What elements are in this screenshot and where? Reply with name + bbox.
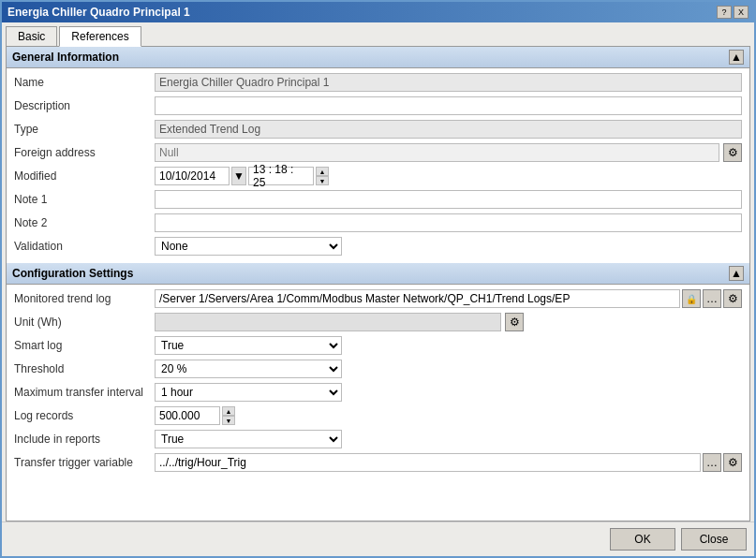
monitored-input[interactable] xyxy=(155,289,680,308)
name-label: Name xyxy=(14,76,155,89)
type-value xyxy=(155,120,742,139)
foreign-address-value: ⚙ xyxy=(155,143,742,162)
foreign-address-input[interactable] xyxy=(155,143,719,162)
monitored-lock-button[interactable]: 🔒 xyxy=(682,289,701,308)
transfer-trigger-gear-button[interactable]: ⚙ xyxy=(723,453,742,472)
include-reports-value: True False xyxy=(155,430,742,448)
config-section-header: Configuration Settings ▲ xyxy=(7,263,749,285)
general-form: Name Description Type xyxy=(7,68,749,263)
foreign-address-gear-button[interactable]: ⚙ xyxy=(723,143,742,162)
general-collapse-button[interactable]: ▲ xyxy=(729,50,744,65)
transfer-trigger-label: Transfer trigger variable xyxy=(14,456,155,469)
unit-gear-icon: ⚙ xyxy=(510,316,520,329)
threshold-value: 20 % xyxy=(155,360,742,378)
max-transfer-row: Maximum transfer interval 1 hour xyxy=(14,382,742,403)
window-title: Energia Chiller Quadro Principal 1 xyxy=(7,6,190,19)
note2-input[interactable] xyxy=(155,213,742,232)
unit-row: Unit (Wh) ⚙ xyxy=(14,312,742,332)
description-label: Description xyxy=(14,99,155,112)
note1-label: Note 1 xyxy=(14,193,155,206)
max-transfer-value: 1 hour xyxy=(155,383,742,402)
unit-bar xyxy=(155,313,501,331)
description-row: Description xyxy=(14,95,742,116)
log-records-label: Log records xyxy=(14,409,155,422)
log-records-row: Log records ▲ ▼ xyxy=(14,405,742,426)
note2-label: Note 2 xyxy=(14,216,155,229)
name-row: Name xyxy=(14,72,742,93)
gear-icon: ⚙ xyxy=(728,146,738,159)
window-close-button[interactable]: X xyxy=(734,6,749,19)
time-increment-button[interactable]: ▲ xyxy=(316,167,329,176)
transfer-dots-icon: … xyxy=(706,456,718,469)
log-records-input[interactable] xyxy=(155,406,220,425)
smart-value: True False xyxy=(155,336,742,355)
note1-value xyxy=(155,190,742,209)
threshold-label: Threshold xyxy=(14,362,155,375)
monitored-value: 🔒 … ⚙ xyxy=(155,289,742,308)
smart-label: Smart log xyxy=(14,339,155,352)
foreign-address-row: Foreign address ⚙ xyxy=(14,142,742,163)
main-content: General Information ▲ Name Description xyxy=(6,46,750,521)
threshold-select[interactable]: 20 % xyxy=(155,360,342,378)
transfer-trigger-dots-button[interactable]: … xyxy=(703,453,721,472)
general-section-header: General Information ▲ xyxy=(7,47,749,68)
transfer-trigger-value: … ⚙ xyxy=(155,453,742,472)
monitored-dots-button[interactable]: … xyxy=(703,289,721,308)
transfer-trigger-row: Transfer trigger variable … ⚙ xyxy=(14,452,742,473)
validation-value: None xyxy=(155,237,742,256)
time-spinner: ▲ ▼ xyxy=(316,167,329,185)
config-collapse-button[interactable]: ▲ xyxy=(729,266,744,281)
monitored-row: Monitored trend log 🔒 … ⚙ xyxy=(14,288,742,309)
monitored-gear-button[interactable]: ⚙ xyxy=(723,289,742,308)
log-records-increment-button[interactable]: ▲ xyxy=(222,406,235,416)
modified-row: Modified 10/10/2014 ▼ 13 : 18 : 25 ▲ ▼ xyxy=(14,166,742,186)
log-records-decrement-button[interactable]: ▼ xyxy=(222,416,235,425)
note2-row: Note 2 xyxy=(14,213,742,233)
name-value xyxy=(155,73,742,92)
date-dropdown-button[interactable]: ▼ xyxy=(231,167,246,185)
type-label: Type xyxy=(14,123,155,136)
footer: OK Close xyxy=(2,521,754,556)
threshold-row: Threshold 20 % xyxy=(14,359,742,379)
monitored-label: Monitored trend log xyxy=(14,292,155,305)
title-buttons: ? X xyxy=(717,6,749,19)
config-form: Monitored trend log 🔒 … ⚙ Unit ( xyxy=(7,285,749,479)
tab-basic[interactable]: Basic xyxy=(6,26,57,46)
max-transfer-select[interactable]: 1 hour xyxy=(155,383,342,402)
general-section-title: General Information xyxy=(12,51,119,64)
help-button[interactable]: ? xyxy=(717,6,732,19)
note1-input[interactable] xyxy=(155,190,742,209)
time-decrement-button[interactable]: ▼ xyxy=(316,176,329,185)
config-section-title: Configuration Settings xyxy=(12,267,133,280)
close-button[interactable]: Close xyxy=(681,528,747,551)
modified-label: Modified xyxy=(14,169,155,183)
foreign-address-label: Foreign address xyxy=(14,146,155,159)
tab-references[interactable]: References xyxy=(59,26,141,47)
name-input[interactable] xyxy=(155,73,742,92)
include-reports-select[interactable]: True False xyxy=(155,430,342,448)
log-records-spinner: ▲ ▼ xyxy=(222,406,235,425)
note1-row: Note 1 xyxy=(14,189,742,210)
unit-value: ⚙ xyxy=(155,313,742,331)
transfer-gear-icon: ⚙ xyxy=(728,456,738,469)
unit-gear-button[interactable]: ⚙ xyxy=(505,313,524,331)
smart-row: Smart log True False xyxy=(14,335,742,356)
type-input xyxy=(155,120,742,139)
validation-row: Validation None xyxy=(14,236,742,257)
type-row: Type xyxy=(14,119,742,140)
description-input[interactable] xyxy=(155,96,742,115)
ok-button[interactable]: OK xyxy=(610,528,675,551)
note2-value xyxy=(155,213,742,232)
main-window: Energia Chiller Quadro Principal 1 ? X B… xyxy=(0,0,756,558)
modified-date-input[interactable]: 10/10/2014 xyxy=(155,167,230,185)
smart-select[interactable]: True False xyxy=(155,336,342,355)
validation-select[interactable]: None xyxy=(155,237,342,256)
date-arrow-icon: ▼ xyxy=(233,169,245,183)
include-reports-row: Include in reports True False xyxy=(14,429,742,449)
include-reports-label: Include in reports xyxy=(14,433,155,446)
transfer-trigger-input[interactable] xyxy=(155,453,701,472)
modified-time-input[interactable]: 13 : 18 : 25 xyxy=(248,167,314,185)
modified-value: 10/10/2014 ▼ 13 : 18 : 25 ▲ ▼ xyxy=(155,167,742,185)
unit-label: Unit (Wh) xyxy=(14,316,155,329)
monitored-gear-icon: ⚙ xyxy=(728,292,738,305)
